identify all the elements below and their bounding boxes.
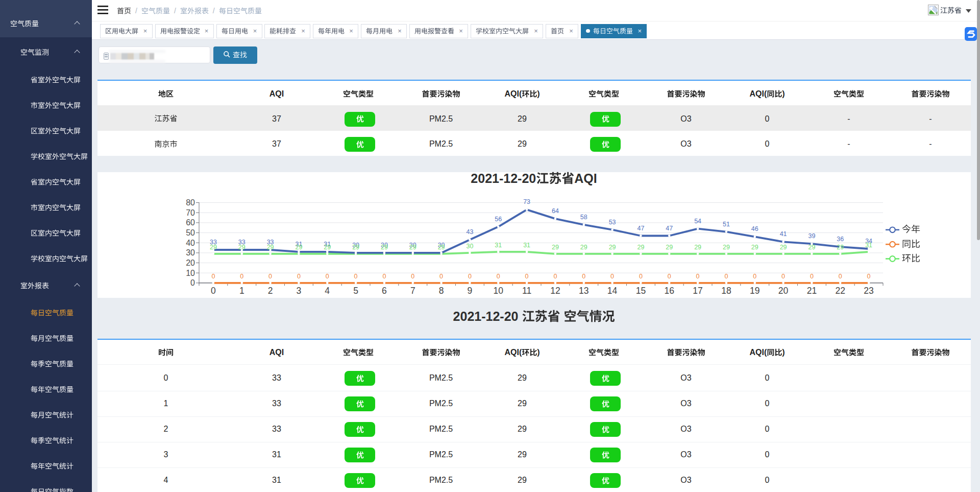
svg-text:0: 0 xyxy=(839,273,842,280)
svg-text:0: 0 xyxy=(354,273,358,280)
svg-text:0: 0 xyxy=(268,273,272,280)
svg-text:39: 39 xyxy=(808,232,815,240)
svg-text:40: 40 xyxy=(186,239,195,247)
svg-text:0: 0 xyxy=(724,273,728,280)
svg-text:11: 11 xyxy=(522,286,531,296)
svg-text:0: 0 xyxy=(639,273,643,280)
svg-text:21: 21 xyxy=(807,286,817,296)
svg-text:0: 0 xyxy=(753,273,756,280)
svg-text:29: 29 xyxy=(438,244,445,251)
svg-text:31: 31 xyxy=(523,242,530,249)
svg-text:10: 10 xyxy=(493,286,503,296)
svg-text:9: 9 xyxy=(468,286,473,296)
svg-text:0: 0 xyxy=(696,273,700,280)
svg-text:29: 29 xyxy=(837,244,844,251)
svg-text:60: 60 xyxy=(186,218,195,227)
svg-text:0: 0 xyxy=(439,273,443,280)
svg-text:54: 54 xyxy=(694,218,701,225)
svg-text:0: 0 xyxy=(297,273,301,280)
svg-text:0: 0 xyxy=(867,273,871,280)
svg-text:29: 29 xyxy=(409,244,416,251)
svg-text:29: 29 xyxy=(352,244,359,251)
svg-text:0: 0 xyxy=(468,273,472,280)
svg-text:0: 0 xyxy=(497,273,500,280)
svg-text:7: 7 xyxy=(410,286,415,296)
svg-text:0: 0 xyxy=(810,273,814,280)
svg-text:0: 0 xyxy=(610,273,614,280)
svg-text:1: 1 xyxy=(239,286,244,296)
svg-text:30: 30 xyxy=(186,248,195,257)
svg-text:36: 36 xyxy=(837,236,844,243)
svg-text:29: 29 xyxy=(808,244,815,251)
svg-text:10: 10 xyxy=(186,269,195,277)
svg-text:14: 14 xyxy=(607,286,618,296)
svg-text:0: 0 xyxy=(190,278,195,287)
svg-text:8: 8 xyxy=(439,286,444,296)
svg-text:3: 3 xyxy=(297,286,302,296)
svg-text:19: 19 xyxy=(750,286,760,296)
svg-text:0: 0 xyxy=(525,273,529,280)
svg-text:31: 31 xyxy=(865,242,872,249)
svg-text:47: 47 xyxy=(637,225,644,232)
svg-text:5: 5 xyxy=(353,286,358,296)
svg-text:29: 29 xyxy=(723,244,730,251)
svg-text:64: 64 xyxy=(552,207,559,215)
svg-text:29: 29 xyxy=(324,244,331,251)
svg-text:18: 18 xyxy=(721,286,731,296)
svg-text:29: 29 xyxy=(694,244,701,251)
svg-text:29: 29 xyxy=(666,244,673,251)
svg-text:80: 80 xyxy=(186,198,195,207)
svg-text:0: 0 xyxy=(553,273,557,280)
svg-text:0: 0 xyxy=(582,273,585,280)
svg-text:30: 30 xyxy=(466,243,473,250)
svg-text:0: 0 xyxy=(382,273,386,280)
svg-text:0: 0 xyxy=(781,273,785,280)
svg-text:29: 29 xyxy=(210,244,217,251)
svg-text:0: 0 xyxy=(326,273,329,280)
svg-text:51: 51 xyxy=(723,221,730,228)
svg-text:17: 17 xyxy=(693,286,702,296)
svg-text:0: 0 xyxy=(668,273,671,280)
svg-text:29: 29 xyxy=(780,244,787,251)
svg-text:13: 13 xyxy=(579,286,589,296)
svg-text:29: 29 xyxy=(238,244,246,251)
svg-text:41: 41 xyxy=(780,230,787,238)
svg-text:0: 0 xyxy=(240,273,243,280)
svg-text:29: 29 xyxy=(267,244,274,251)
svg-text:6: 6 xyxy=(382,286,387,296)
svg-text:2: 2 xyxy=(268,286,273,296)
svg-text:31: 31 xyxy=(495,242,502,249)
svg-text:29: 29 xyxy=(552,244,559,251)
svg-text:43: 43 xyxy=(466,228,473,236)
svg-text:12: 12 xyxy=(550,286,560,296)
svg-text:20: 20 xyxy=(186,259,195,267)
svg-text:20: 20 xyxy=(778,286,789,296)
svg-text:29: 29 xyxy=(381,244,388,251)
svg-text:56: 56 xyxy=(495,216,502,223)
svg-text:29: 29 xyxy=(609,244,616,251)
svg-text:29: 29 xyxy=(295,244,302,251)
svg-text:0: 0 xyxy=(211,286,216,296)
svg-text:29: 29 xyxy=(637,244,644,251)
svg-text:47: 47 xyxy=(666,225,673,232)
svg-text:0: 0 xyxy=(211,273,215,280)
svg-text:73: 73 xyxy=(523,198,530,205)
svg-text:53: 53 xyxy=(609,219,616,226)
svg-text:4: 4 xyxy=(325,286,330,296)
svg-text:58: 58 xyxy=(580,214,587,221)
svg-text:15: 15 xyxy=(636,286,646,296)
svg-text:22: 22 xyxy=(835,286,845,296)
svg-text:16: 16 xyxy=(664,286,674,296)
svg-text:29: 29 xyxy=(751,244,758,251)
svg-text:29: 29 xyxy=(580,244,587,251)
svg-text:70: 70 xyxy=(186,208,195,217)
svg-text:23: 23 xyxy=(864,286,873,296)
svg-text:46: 46 xyxy=(751,225,758,232)
svg-text:0: 0 xyxy=(411,273,414,280)
svg-text:50: 50 xyxy=(186,228,195,237)
